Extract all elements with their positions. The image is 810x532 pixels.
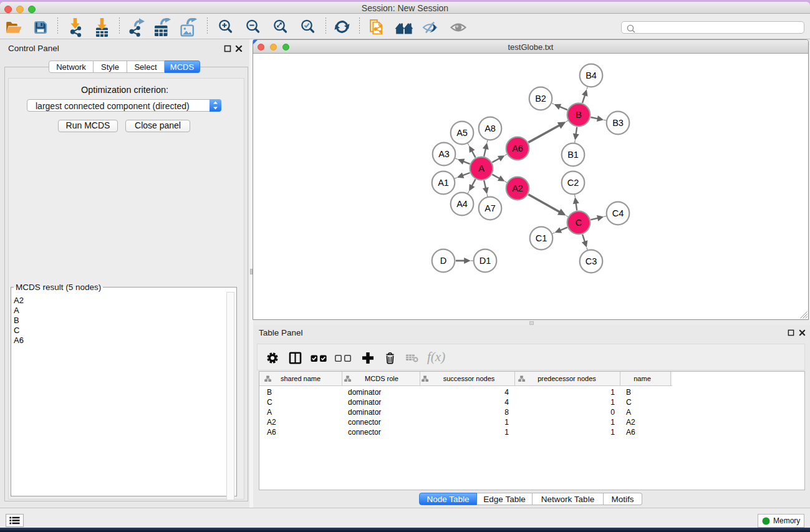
svg-text:A5: A5 — [456, 128, 468, 138]
svg-text:A8: A8 — [485, 123, 496, 133]
svg-text:B3: B3 — [612, 118, 624, 128]
svg-text:A3: A3 — [438, 149, 450, 159]
svg-text:A6: A6 — [512, 143, 523, 153]
svg-text:A7: A7 — [485, 203, 496, 213]
svg-text:D: D — [440, 256, 446, 266]
svg-text:C2: C2 — [567, 178, 579, 188]
svg-text:C4: C4 — [612, 208, 624, 218]
svg-text:A: A — [478, 163, 485, 173]
svg-text:C: C — [576, 218, 582, 228]
svg-text:A4: A4 — [456, 199, 468, 209]
svg-text:C3: C3 — [586, 256, 597, 266]
svg-text:B: B — [576, 110, 582, 120]
svg-text:C1: C1 — [536, 233, 547, 243]
svg-text:B1: B1 — [567, 150, 579, 160]
svg-text:B2: B2 — [535, 94, 546, 104]
svg-text:A2: A2 — [512, 183, 523, 193]
svg-text:D1: D1 — [480, 256, 491, 266]
svg-text:B4: B4 — [586, 70, 597, 80]
svg-text:A1: A1 — [438, 178, 449, 188]
